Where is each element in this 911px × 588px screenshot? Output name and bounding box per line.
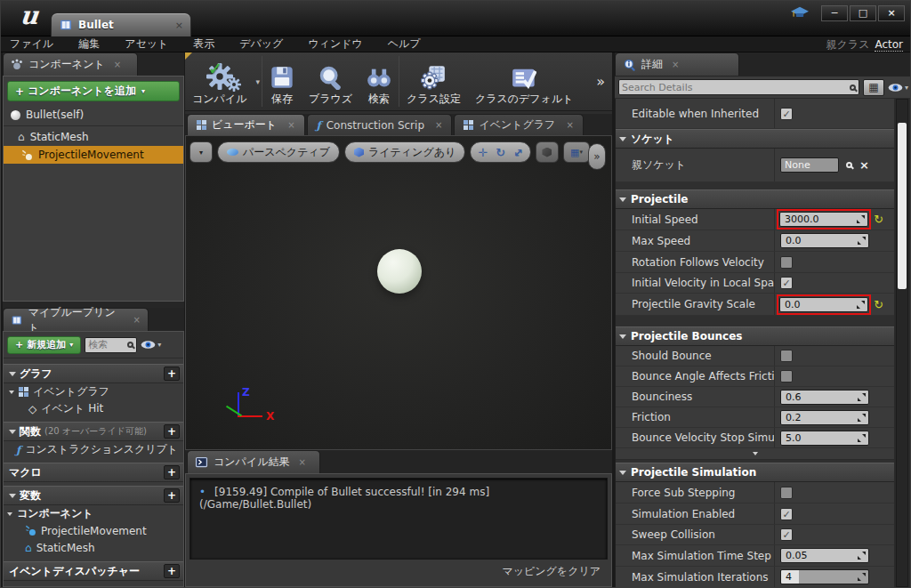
details-scrollbar-thumb[interactable] — [898, 123, 907, 289]
drag-handle-icon[interactable] — [857, 215, 865, 223]
drag-handle-icon[interactable] — [858, 434, 866, 442]
browse-button[interactable]: ブラウズ — [302, 52, 359, 110]
macro-section-header[interactable]: マクロ + — [4, 463, 183, 482]
tab-close-icon[interactable]: × — [672, 60, 679, 69]
expand-arrow-icon[interactable] — [7, 512, 12, 516]
max-sim-time-step-field[interactable]: 0.05 — [780, 548, 869, 563]
components-group-row[interactable]: コンポーネント — [4, 505, 183, 522]
drag-handle-icon[interactable] — [858, 414, 866, 422]
tab-compile-results[interactable]: コンパイル結果 × — [187, 450, 320, 473]
socket-search-icon[interactable] — [846, 162, 852, 168]
viewport-3d[interactable]: ▾ パースペクティブ ライティングあり ✛ ↻ ↔ — [185, 135, 612, 450]
drag-handle-icon[interactable] — [858, 552, 866, 560]
add-macro-button[interactable]: + — [164, 465, 180, 479]
rotate-tool-icon[interactable]: ↻ — [496, 146, 505, 159]
my-blueprint-search-input[interactable] — [88, 339, 125, 350]
sweep-collision-checkbox[interactable]: ✓ — [780, 528, 793, 541]
parent-class-link[interactable]: Actor — [875, 38, 903, 52]
tab-close-icon[interactable]: × — [175, 20, 183, 31]
visibility-filter-button[interactable]: ▾ — [141, 340, 161, 350]
maximize-button[interactable]: □ — [850, 5, 876, 21]
variable-projectilemovement[interactable]: ProjectileMovement — [4, 522, 183, 539]
details-search[interactable] — [618, 79, 859, 95]
tab-close-icon[interactable]: × — [435, 120, 442, 130]
parent-socket-field[interactable]: None — [780, 157, 839, 173]
tab-viewport[interactable]: ビューポート × — [187, 114, 305, 135]
title-bar[interactable]: u Bullet × ─ □ × — [1, 1, 911, 36]
menu-help[interactable]: ヘルプ — [388, 36, 421, 52]
lit-mode-button[interactable]: ライティングあり — [344, 141, 465, 163]
menu-debug[interactable]: デバッグ — [239, 36, 283, 52]
menu-file[interactable]: ファイル — [10, 36, 53, 52]
minimize-button[interactable]: ─ — [821, 5, 848, 21]
construction-script-item[interactable]: ƒ コンストラクションスクリプト — [4, 441, 183, 458]
add-variable-button[interactable]: + — [164, 488, 180, 503]
tab-close-icon[interactable]: × — [298, 457, 305, 467]
scale-tool-icon[interactable]: ↔ — [510, 144, 526, 160]
asset-tab-bullet[interactable]: Bullet × — [51, 12, 191, 36]
force-sub-stepping-checkbox[interactable]: ✓ — [780, 487, 793, 499]
bounciness-field[interactable]: 0.6 — [780, 390, 869, 405]
viewport-toolbar-overflow[interactable]: » — [588, 143, 606, 170]
menu-view[interactable]: 表示 — [193, 36, 214, 52]
rotation-follows-velocity-checkbox[interactable]: ✓ — [780, 256, 793, 269]
tab-details[interactable]: 詳細 × — [615, 52, 739, 76]
add-function-button[interactable]: + — [164, 424, 180, 439]
functions-section-header[interactable]: 関数 (20 オーバーライド可能) + — [4, 422, 183, 441]
tab-close-icon[interactable]: × — [114, 60, 121, 69]
viewport-options-button[interactable]: ▾ — [189, 141, 213, 163]
initial-speed-field[interactable]: 3000.0 — [779, 212, 868, 227]
toolbar-overflow-button[interactable]: » — [589, 73, 612, 90]
expand-arrow-icon[interactable] — [9, 430, 16, 434]
expand-arrow-icon[interactable] — [9, 391, 14, 394]
component-item-bullet-self[interactable]: Bullet(self) — [4, 106, 183, 124]
tutorial-cap-icon[interactable] — [791, 6, 809, 20]
bounces-section-header[interactable]: Projectile Bounces — [616, 326, 894, 346]
tab-my-blueprint[interactable]: マイブループリント × — [3, 308, 149, 331]
expand-arrow-icon[interactable] — [619, 334, 626, 339]
bounce-angle-friction-checkbox[interactable]: ✓ — [780, 370, 793, 383]
max-sim-iterations-field[interactable]: 4 — [780, 569, 869, 584]
add-dispatcher-button[interactable]: + — [164, 564, 180, 578]
grid-snap-button[interactable]: ▦ ▾ — [563, 141, 590, 163]
tab-close-icon[interactable]: × — [133, 315, 141, 325]
tab-construction-script[interactable]: ƒ Construction Scrip × — [307, 114, 453, 135]
friction-field[interactable]: 0.2 — [780, 410, 869, 425]
drag-handle-icon[interactable] — [858, 393, 866, 401]
menu-asset[interactable]: アセット — [125, 36, 168, 52]
expand-arrow-icon[interactable] — [619, 471, 626, 475]
class-defaults-button[interactable]: クラスのデフォルト — [468, 52, 581, 110]
revert-to-default-icon[interactable]: ↺ — [874, 213, 883, 225]
socket-section-header[interactable]: ソケット — [616, 129, 894, 149]
simulation-section-header[interactable]: Projectile Simulation — [616, 463, 894, 482]
editable-when-inherited-checkbox[interactable]: ✓ — [780, 108, 793, 120]
compile-options-caret[interactable]: ▾ — [254, 77, 262, 86]
details-search-input[interactable] — [622, 82, 848, 93]
menu-window[interactable]: ウィンドウ — [308, 36, 362, 52]
revert-to-default-icon[interactable]: ↺ — [874, 299, 883, 310]
my-blueprint-search[interactable] — [85, 337, 137, 353]
drag-handle-icon[interactable] — [857, 301, 865, 309]
close-button[interactable]: × — [878, 5, 905, 21]
add-component-button[interactable]: + コンポーネントを追加 ▾ — [7, 81, 180, 101]
show-advanced-expander[interactable] — [616, 448, 894, 460]
tab-components[interactable]: コンポーネント × — [3, 52, 138, 76]
dispatcher-section-header[interactable]: イベントディスパッチャー + — [4, 561, 183, 581]
details-scrollbar[interactable] — [896, 99, 908, 587]
save-button[interactable]: 保存 — [262, 52, 302, 110]
simulation-enabled-checkbox[interactable]: ✓ — [780, 508, 793, 520]
projectile-section-header[interactable]: Projectile — [616, 189, 894, 209]
graph-section-header[interactable]: グラフ + — [4, 364, 183, 383]
bullet-sphere-mesh[interactable] — [377, 249, 422, 294]
compile-button[interactable]: ✓ コンパイル — [185, 52, 254, 110]
expand-arrow-icon[interactable] — [9, 372, 16, 376]
clear-mappings-link[interactable]: マッピングをクリア — [502, 564, 601, 579]
expand-arrow-icon[interactable] — [619, 137, 626, 141]
expand-arrow-icon[interactable] — [619, 197, 626, 202]
event-hit-item[interactable]: ◇ イベント Hit — [4, 400, 183, 417]
expand-arrow-icon[interactable] — [9, 494, 16, 498]
class-settings-button[interactable]: クラス設定 — [399, 52, 468, 110]
gravity-scale-field[interactable]: 0.0 — [779, 297, 868, 312]
initial-velocity-local-checkbox[interactable]: ✓ — [780, 277, 793, 289]
tab-close-icon[interactable]: × — [566, 120, 573, 130]
